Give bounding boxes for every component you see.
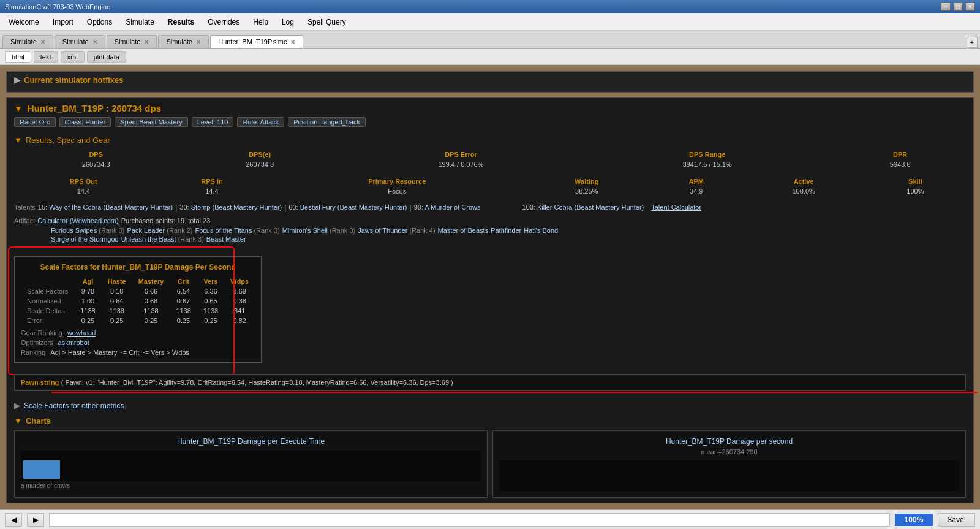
rps-header-out: RPS Out <box>14 177 153 186</box>
pawn-row: Pawn string ( Pawn: v1: "Hunter_BM_T19P"… <box>14 374 966 391</box>
menu-simulate[interactable]: Simulate <box>119 15 160 29</box>
rps-header-active: Active <box>742 177 864 186</box>
zoom-button[interactable]: 100% <box>895 514 933 526</box>
menu-welcome[interactable]: Welcome <box>2 15 45 29</box>
talents-30: 30: Stomp (Beast Mastery Hunter) <box>179 204 282 211</box>
talents-90: 90: A Murder of Crows <box>414 204 481 211</box>
artifact-calc-link[interactable]: Calculator (Wowhead.com) <box>37 217 118 224</box>
optimizers-row: Optimizers askmrobot <box>21 339 255 346</box>
dps-val-range: 39417.6 / 15.1% <box>580 159 834 169</box>
artifact-pack-leader: Pack Leader (Rank 2) <box>127 227 192 234</box>
new-tab-button[interactable]: + <box>967 37 978 48</box>
chart-2-subtitle: mean=260734.290 <box>499 448 959 455</box>
tab-simulate-1[interactable]: Simulate ✕ <box>2 35 53 48</box>
chart-box-2: Hunter_BM_T19P Damage per second mean=26… <box>492 430 966 498</box>
tab-close-2[interactable]: ✕ <box>92 39 97 45</box>
talent-calculator-link[interactable]: Talent Calculator <box>651 204 701 211</box>
menu-spell-query[interactable]: Spell Query <box>301 15 352 29</box>
hotfixes-triangle: ▶ <box>14 75 20 85</box>
tab-close-3[interactable]: ✕ <box>144 39 149 45</box>
tab-simulate-4[interactable]: Simulate ✕ <box>158 35 209 48</box>
character-panel: ▼ Hunter_BM_T19P : 260734 dps Race: Orc … <box>6 97 974 503</box>
sf-col-label <box>21 276 74 286</box>
dps-val-dpr: 5943.6 <box>834 159 966 169</box>
dps-val-dpse: 260734.3 <box>178 159 341 169</box>
sub-tab-plot-data[interactable]: plot data <box>87 51 126 63</box>
optimizers-link[interactable]: askmrobot <box>58 339 89 346</box>
results-title: Results, Spec and Gear <box>26 135 110 145</box>
ranking-value: Agi > Haste > Mastery ~= Crit ~= Vers > … <box>50 349 189 356</box>
menu-log[interactable]: Log <box>276 15 300 29</box>
tab-simulate-2[interactable]: Simulate ✕ <box>55 35 105 48</box>
sf-row-normalized: Normalized 1.00 0.84 0.68 0.67 0.65 0.38 <box>21 296 255 306</box>
menu-import[interactable]: Import <box>47 15 80 29</box>
charts-title: Charts <box>26 416 51 425</box>
maximize-button[interactable]: □ <box>953 2 963 11</box>
rps-header-skill: Skill <box>865 177 966 186</box>
rps-val-resource: Focus <box>271 186 523 196</box>
artifact-focus-titans: Focus of the Titans (Rank 3) <box>195 227 280 234</box>
dps-header-dps: DPS <box>14 150 178 159</box>
other-metrics-header: ▶ Scale Factors for other metrics <box>14 401 966 410</box>
dps-header-range: DPS Range <box>580 150 834 159</box>
rps-val-out: 14.4 <box>14 186 153 196</box>
char-name-dps: Hunter_BM_T19P : 260734 dps <box>28 103 161 113</box>
talents-label: Talents <box>14 204 36 211</box>
tab-close-4[interactable]: ✕ <box>196 39 201 45</box>
charts-header: ▼ Charts <box>14 416 966 425</box>
title-bar: SimulationCraft 703-03 WebEngine ─ □ ✕ <box>0 0 980 13</box>
sf-row-scale-factors: Scale Factors 9.78 8.18 6.66 6.54 6.36 3… <box>21 286 255 296</box>
artifact-surge: Surge of the Stormgod <box>51 235 119 243</box>
artifact-unleash: Unleash the Beast (Rank 3) <box>121 235 204 243</box>
chart-bar-1 <box>23 460 60 479</box>
char-info-row: Race: Orc Class: Hunter Spec: Beast Mast… <box>14 117 966 127</box>
other-metrics-link[interactable]: Scale Factors for other metrics <box>24 402 124 410</box>
char-class: Class: Hunter <box>59 117 111 127</box>
back-button[interactable]: ◀ <box>5 513 22 527</box>
sub-tab-xml[interactable]: xml <box>61 51 85 63</box>
talents-100: 100: Killer Cobra (Beast Mastery Hunter) <box>522 204 644 211</box>
sf-col-haste: Haste <box>102 276 132 286</box>
menu-overrides[interactable]: Overrides <box>202 15 246 29</box>
menu-options[interactable]: Options <box>81 15 118 29</box>
scale-factors-title: Scale Factors for Hunter_BM_T19P Damage … <box>21 263 255 272</box>
rps-val-skill: 100% <box>865 186 966 196</box>
tab-hunter-simc[interactable]: Hunter_BM_T19P.simc ✕ <box>210 35 303 48</box>
minimize-button[interactable]: ─ <box>941 2 951 11</box>
tab-close-1[interactable]: ✕ <box>40 39 45 45</box>
optimizers-label: Optimizers <box>21 339 53 346</box>
chart-2-area <box>499 460 959 491</box>
tab-close-5[interactable]: ✕ <box>290 39 295 45</box>
sub-tab-html[interactable]: html <box>5 51 31 63</box>
sub-tab-text[interactable]: text <box>34 51 58 63</box>
artifact-hatis-bond: Hati's Bond <box>524 227 558 234</box>
artifact-label: Artifact <box>14 217 35 224</box>
pawn-annotation-line <box>51 392 978 393</box>
sf-col-mastery: Mastery <box>132 276 170 286</box>
menu-help[interactable]: Help <box>247 15 274 29</box>
char-position: Position: ranged_back <box>288 117 366 127</box>
dps-header-dpr: DPR <box>834 150 966 159</box>
talents-section: Talents 15: Way of the Cobra (Beast Mast… <box>14 204 966 212</box>
rps-header-apm: APM <box>650 177 742 186</box>
save-button[interactable]: Save! <box>938 513 975 527</box>
tab-simulate-3[interactable]: Simulate ✕ <box>107 35 157 48</box>
menu-results[interactable]: Results <box>162 15 200 29</box>
close-button[interactable]: ✕ <box>965 2 975 11</box>
sf-col-wdps: Wdps <box>224 276 255 286</box>
artifact-items: Furious Swipes (Rank 3) Pack Leader (Ran… <box>51 227 966 234</box>
menu-bar: Welcome Import Options Simulate Results … <box>0 13 980 31</box>
chart-box-1: Hunter_BM_T19P Damage per Execute Time a… <box>14 430 488 498</box>
dps-header-error: DPS Error <box>342 150 580 159</box>
url-input[interactable] <box>49 513 890 527</box>
gear-ranking-link[interactable]: wowhead <box>67 329 96 337</box>
artifact-purchased: Purchased points: 19, total 23 <box>121 217 211 224</box>
forward-button[interactable]: ▶ <box>27 513 44 527</box>
other-metrics-triangle: ▶ <box>14 401 20 410</box>
dps-val-error: 199.4 / 0.076% <box>342 159 580 169</box>
charts-section: ▼ Charts Hunter_BM_T19P Damage per Execu… <box>14 416 966 498</box>
chart-1-label: a murder of crows <box>21 482 481 489</box>
content-area[interactable]: ▶ Current simulator hotfixes ▼ Hunter_BM… <box>0 65 980 509</box>
rps-header-waiting: Waiting <box>523 177 650 186</box>
scale-factors-panel: Scale Factors for Hunter_BM_T19P Damage … <box>14 256 262 363</box>
